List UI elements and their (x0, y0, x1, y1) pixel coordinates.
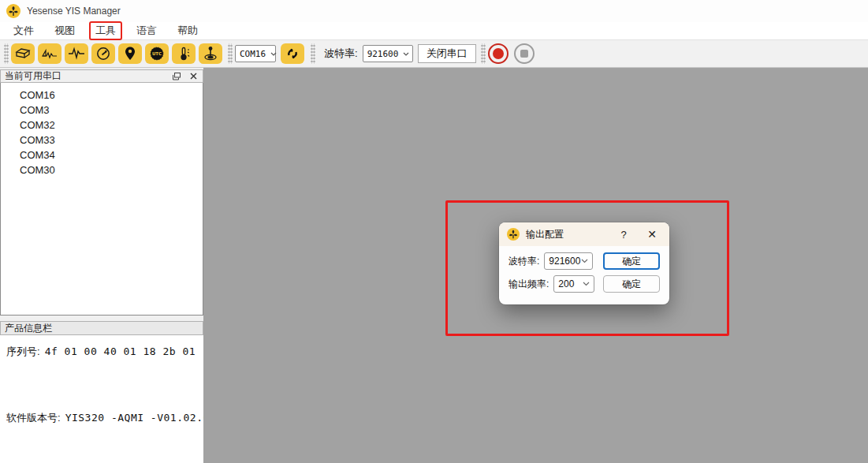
serial-number-label: 序列号: (6, 345, 40, 359)
cube-3d-button[interactable] (11, 43, 35, 64)
port-list: COM16 COM3 COM32 COM33 COM34 COM30 (0, 83, 203, 316)
port-list-item[interactable]: COM32 (1, 118, 203, 133)
software-version-label: 软件版本号: (6, 411, 61, 425)
output-rate-row: 输出频率: 200 确定 (509, 275, 660, 293)
close-panel-icon[interactable] (188, 72, 199, 81)
menu-view[interactable]: 视图 (49, 22, 80, 39)
software-version-value: YIS320 -AQMI -V01.02.03; (65, 412, 223, 424)
port-list-item[interactable]: COM16 (1, 88, 203, 103)
record-button[interactable] (488, 43, 509, 64)
dialog-output-rate-ok-button[interactable]: 确定 (603, 275, 660, 293)
toolbar-drag-handle[interactable] (228, 43, 233, 64)
dialog-title-bar[interactable]: 输出配置 ? ✕ (499, 222, 669, 246)
port-list-item[interactable]: COM3 (1, 103, 203, 118)
output-config-dialog: 输出配置 ? ✕ 波特率: 921600 确定 输出频率: (499, 222, 669, 304)
menu-bar: 文件 视图 工具 语言 帮助 (0, 22, 868, 40)
dialog-output-rate-label: 输出频率: (509, 278, 549, 291)
window-title: Yesense YIS Manager (27, 6, 121, 17)
record-icon (493, 48, 504, 59)
chevron-down-icon (583, 282, 590, 286)
pulse-waveform-button[interactable] (65, 43, 88, 64)
close-serial-port-button[interactable]: 关闭串口 (418, 44, 476, 63)
product-info-area: 序列号: 4f 01 00 40 01 18 2b 01 软件版本号: YIS3… (0, 335, 203, 463)
menu-file[interactable]: 文件 (8, 22, 39, 39)
dialog-baud-label: 波特率: (509, 255, 539, 268)
main-area: 当前可用串口 COM16 COM3 COM32 COM33 COM34 (0, 68, 868, 463)
toolbar-drag-handle[interactable] (311, 43, 315, 64)
chevron-down-icon (270, 52, 277, 56)
dialog-baud-value: 921600 (549, 256, 580, 267)
utc-clock-button[interactable]: UTC (145, 43, 169, 64)
app-window: Yesense YIS Manager 文件 视图 工具 语言 帮助 (0, 0, 868, 463)
svg-text:UTC: UTC (152, 51, 162, 56)
serial-panel-header: 当前可用串口 (0, 69, 203, 83)
port-list-item[interactable]: COM33 (1, 133, 203, 147)
dialog-baud-ok-button[interactable]: 确定 (603, 252, 660, 270)
software-version-row: 软件版本号: YIS320 -AQMI -V01.02.03; (6, 411, 197, 425)
dialog-output-rate-value: 200 (558, 278, 574, 289)
stop-icon (520, 50, 528, 58)
toolbar-drag-handle[interactable] (4, 43, 9, 64)
pin-marker-button[interactable] (199, 43, 222, 64)
workspace-canvas: 输出配置 ? ✕ 波特率: 921600 确定 输出频率: (203, 68, 868, 463)
baud-rate-row: 波特率: 921600 确定 (509, 252, 660, 270)
chevron-down-icon (581, 259, 588, 263)
refresh-ports-button[interactable] (281, 43, 304, 64)
menu-help[interactable]: 帮助 (172, 22, 203, 39)
product-info-header: 产品信息栏 (0, 321, 203, 335)
serial-number-row: 序列号: 4f 01 00 40 01 18 2b 01 (6, 345, 197, 359)
float-panel-icon[interactable] (170, 72, 181, 81)
angle-waveform-button[interactable] (38, 43, 61, 64)
thermometer-button[interactable] (172, 43, 196, 64)
baud-rate-select[interactable]: 921600 (363, 45, 413, 62)
serial-panel-title: 当前可用串口 (5, 69, 61, 83)
toolbar: UTC COM16 (0, 40, 868, 68)
title-bar: Yesense YIS Manager (0, 0, 868, 22)
dialog-title: 输出配置 (526, 228, 564, 241)
chevron-down-icon (403, 52, 409, 56)
port-list-item[interactable]: COM30 (1, 162, 203, 177)
product-info-title: 产品信息栏 (5, 322, 52, 335)
baud-rate-value: 921600 (367, 49, 399, 59)
app-logo-icon (6, 4, 20, 18)
dialog-close-button[interactable]: ✕ (643, 228, 661, 241)
dialog-help-button[interactable]: ? (616, 229, 631, 241)
menu-tools[interactable]: 工具 (89, 21, 122, 40)
location-pin-button[interactable] (118, 43, 142, 64)
baud-rate-label: 波特率: (324, 47, 358, 61)
toolbar-drag-handle[interactable] (481, 43, 486, 64)
port-select-value: COM16 (240, 49, 266, 59)
dialog-output-rate-select[interactable]: 200 (553, 275, 594, 293)
stop-button[interactable] (514, 43, 535, 64)
port-list-item[interactable]: COM34 (1, 147, 203, 162)
dialog-app-icon (507, 228, 520, 241)
dialog-baud-select[interactable]: 921600 (544, 252, 593, 270)
serial-number-value: 4f 01 00 40 01 18 2b 01 (45, 345, 196, 357)
port-select[interactable]: COM16 (235, 45, 276, 62)
dialog-body: 波特率: 921600 确定 输出频率: 200 确定 (499, 246, 669, 293)
serial-ports-panel: 当前可用串口 COM16 COM3 COM32 COM33 COM34 (0, 68, 203, 463)
gauge-button[interactable] (91, 43, 115, 64)
menu-language[interactable]: 语言 (131, 22, 162, 39)
